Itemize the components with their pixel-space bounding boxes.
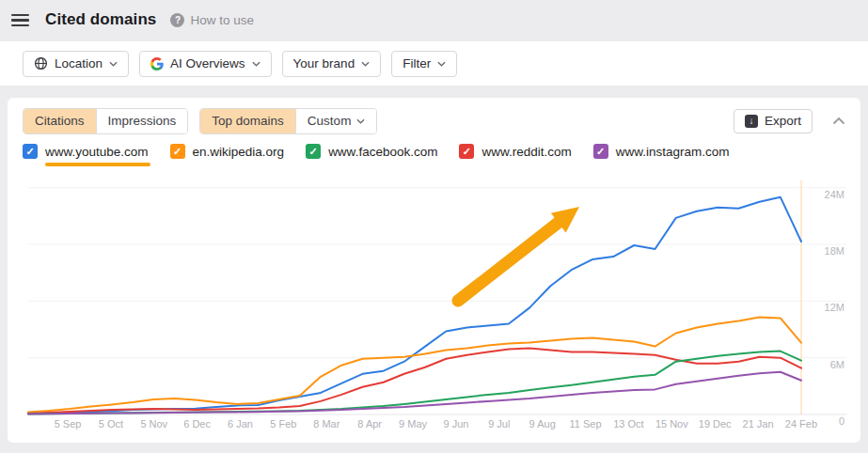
legend-item-en-wikipedia-org[interactable]: ✓en.wikipedia.org (170, 144, 285, 159)
legend-item-www-reddit-com[interactable]: ✓www.reddit.com (459, 144, 571, 159)
x-tick-label: 21 Jan (743, 418, 774, 430)
chevron-up-icon (832, 117, 845, 125)
ai-overviews-label: AI Overviews (170, 56, 245, 70)
x-tick-label: 24 Feb (785, 418, 817, 430)
chevron-down-icon (252, 61, 260, 67)
tab-citations[interactable]: Citations (24, 109, 96, 133)
x-tick-label: 15 Nov (655, 418, 688, 430)
collapse-widget-button[interactable] (832, 117, 845, 125)
chevron-down-icon (437, 61, 446, 67)
x-tick-label: 9 May (399, 418, 427, 430)
series-label: en.wikipedia.org (193, 145, 285, 159)
metric-toggle: Citations Impressions (23, 108, 188, 134)
your-brand-label: Your brand (293, 56, 355, 70)
x-tick-label: 5 Feb (270, 418, 296, 430)
x-tick-label: 19 Dec (699, 418, 732, 430)
chevron-down-icon (109, 61, 118, 67)
x-tick-label: 5 Nov (140, 418, 167, 430)
page-title: Cited domains (45, 10, 156, 29)
legend-item-www-youtube-com[interactable]: ✓www.youtube.com (23, 144, 149, 159)
filter-dropdown[interactable]: Filter (391, 51, 457, 77)
globe-icon (34, 56, 48, 70)
series-checkbox[interactable]: ✓ (23, 144, 38, 159)
series-label: www.instagram.com (616, 145, 730, 159)
x-tick-label: 9 Jul (488, 418, 510, 430)
series-checkbox[interactable]: ✓ (306, 144, 321, 159)
x-tick-label: 6 Jan (228, 418, 253, 430)
tab-custom[interactable]: Custom (295, 109, 377, 133)
custom-label: Custom (308, 114, 352, 128)
export-label: Export (765, 114, 801, 128)
series-label: www.reddit.com (481, 145, 571, 159)
cited-domains-page: Cited domains ? How to use Location AI O… (0, 0, 868, 453)
location-dropdown[interactable]: Location (23, 51, 129, 77)
series-checkbox[interactable]: ✓ (593, 144, 608, 159)
highlight-underline-annotation (45, 163, 150, 166)
download-icon: ↓ (745, 115, 758, 128)
trend-arrow-shaft (458, 221, 560, 301)
tab-impressions[interactable]: Impressions (96, 109, 188, 133)
y-tick-label: 12M (825, 302, 844, 313)
series-checkbox[interactable]: ✓ (459, 144, 474, 159)
question-mark-icon: ? (170, 13, 184, 27)
how-to-use-label: How to use (190, 13, 254, 27)
card-toolbar: Citations Impressions Top domains Custom… (23, 108, 845, 133)
series-line-www-instagram-com (28, 372, 801, 414)
x-tick-label: 5 Oct (99, 418, 123, 430)
legend-item-www-instagram-com[interactable]: ✓www.instagram.com (593, 144, 730, 159)
domains-toggle: Top domains Custom (199, 108, 377, 134)
hamburger-menu-icon[interactable] (11, 14, 29, 26)
filter-bar: Location AI Overviews Your brand Filter (0, 41, 868, 86)
x-tick-label: 9 Jun (443, 418, 468, 430)
series-checkbox[interactable]: ✓ (170, 144, 185, 159)
y-tick-label: 18M (825, 245, 844, 257)
y-tick-label: 6M (830, 359, 844, 370)
how-to-use-link[interactable]: ? How to use (170, 13, 254, 27)
x-tick-label: 8 Mar (313, 418, 339, 430)
x-tick-label: 8 Apr (357, 418, 382, 430)
cited-domains-card: 24M18M12M6M05 Sep5 Oct5 Nov6 Dec6 Jan5 F… (8, 98, 860, 443)
page-header: Cited domains ? How to use (0, 0, 868, 39)
export-button[interactable]: ↓ Export (734, 109, 813, 133)
legend-item-www-facebook-com[interactable]: ✓www.facebook.com (306, 144, 437, 159)
tab-top-domains[interactable]: Top domains (200, 109, 295, 133)
y-tick-label: 24M (825, 189, 844, 200)
series-label: www.facebook.com (328, 145, 437, 159)
x-tick-label: 11 Sep (570, 418, 602, 430)
legend: ✓www.youtube.com✓en.wikipedia.org✓www.fa… (23, 144, 730, 159)
chevron-down-icon (356, 118, 365, 124)
series-label: www.youtube.com (45, 145, 149, 159)
ai-overviews-dropdown[interactable]: AI Overviews (139, 51, 272, 77)
x-tick-label: 6 Dec (183, 418, 211, 430)
chevron-down-icon (361, 61, 370, 67)
series-line-en-wikipedia-org (28, 317, 801, 412)
your-brand-dropdown[interactable]: Your brand (282, 51, 382, 77)
x-tick-label: 13 Oct (613, 418, 643, 430)
google-icon (150, 57, 164, 70)
card-actions: ↓ Export (734, 109, 845, 133)
x-tick-label: 5 Sep (55, 418, 82, 430)
filter-label: Filter (402, 56, 431, 70)
y-tick-label: 0 (839, 415, 844, 427)
location-label: Location (55, 56, 103, 70)
series-line-www-youtube-com (28, 197, 801, 414)
x-tick-label: 9 Aug (529, 418, 556, 430)
